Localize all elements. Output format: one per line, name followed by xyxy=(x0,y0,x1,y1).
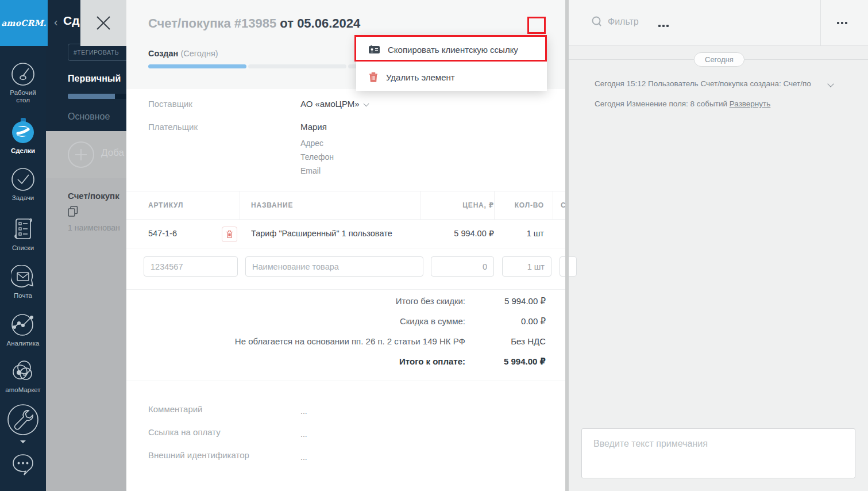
sidebar-item-label: Сделки xyxy=(0,147,46,155)
product-price: 5 994.00 ₽ xyxy=(419,229,494,238)
sidebar-item-label: amoМаркет xyxy=(0,386,46,394)
more-actions-menu: Скопировать клиентскую ссылку Удалить эл… xyxy=(356,36,547,91)
tag-input[interactable]: #ТЕГИРОВАТЬ xyxy=(68,44,126,61)
supplier-value[interactable]: АО «амоЦРМ» xyxy=(300,99,368,109)
menu-item-copy-client-link[interactable]: Скопировать клиентскую ссылку xyxy=(356,36,547,63)
modal-scrollbar[interactable] xyxy=(565,0,569,491)
timeline-toolbar xyxy=(569,0,868,46)
market-icon xyxy=(10,358,36,383)
wrench-icon xyxy=(7,402,39,437)
add-row: Доба xyxy=(46,131,126,178)
mail-icon xyxy=(11,265,35,289)
feed-expand-link[interactable]: Развернуть xyxy=(730,99,771,108)
deals-icon xyxy=(10,117,36,144)
discount-label: Скидка в сумме: xyxy=(400,316,465,326)
copy-icon[interactable] xyxy=(68,206,78,217)
product-row: 547-1-6 Тариф "Расширенный" 1 пользовате… xyxy=(126,220,569,248)
total-value: 5 994.00 ₽ xyxy=(504,356,546,367)
menu-item-label: Скопировать клиентскую ссылку xyxy=(388,45,518,55)
sidebar: amoCRM. Рабочий стол Сделки xyxy=(0,0,46,491)
new-qty-input[interactable] xyxy=(502,256,551,277)
trash-icon xyxy=(369,72,378,82)
product-name: Тариф "Расширенный" 1 пользовате xyxy=(251,229,419,238)
feed-event-field-changes: Сегодня Изменение поля: 8 событий Развер… xyxy=(595,99,826,108)
filter-input[interactable] xyxy=(608,17,757,27)
back-chevron-icon[interactable]: ‹ xyxy=(54,16,58,29)
new-name-input[interactable] xyxy=(245,256,423,277)
sidebar-item-label: Списки xyxy=(0,244,46,252)
col-sku: АРТИКУЛ xyxy=(148,201,183,209)
payer-email: Email xyxy=(300,164,321,178)
add-button-label: Доба xyxy=(101,147,124,159)
sidebar-item-lists[interactable]: Списки xyxy=(0,216,46,252)
sidebar-item-label: Аналитика xyxy=(0,340,46,347)
supplier-name: АО «амоЦРМ» xyxy=(300,99,360,109)
sidebar-item-tasks[interactable]: Задачи xyxy=(0,167,46,202)
invoice-more-button[interactable] xyxy=(657,19,670,33)
vat-value: Без НДС xyxy=(511,336,546,346)
invoice-date: от 05.06.2024 xyxy=(280,16,360,30)
timeline-more-button[interactable] xyxy=(834,17,850,29)
dashboard-icon xyxy=(11,62,35,86)
app-window: ‹ Сд #ТЕГИРОВАТЬ Первичный Основное Доба… xyxy=(0,0,868,491)
supplier-label: Поставщик xyxy=(148,99,192,109)
feed-event-created[interactable]: Сегодня 15:12 Пользователь Счет/покупка … xyxy=(595,79,826,88)
products-table-header: АРТИКУЛ НАЗВАНИЕ ЦЕНА, ₽ КОЛ-ВО С xyxy=(126,191,569,220)
comment-label: Комментарий xyxy=(148,404,202,414)
external-id-label: Внешний идентификатор xyxy=(148,450,249,460)
chevron-down-icon xyxy=(363,101,369,107)
pipeline-status[interactable]: Первичный xyxy=(68,74,121,84)
comment-value[interactable]: ... xyxy=(300,404,307,418)
payment-link-value[interactable]: ... xyxy=(300,427,307,441)
search-icon xyxy=(592,16,602,27)
invoice-status-label: Создан xyxy=(148,49,178,58)
close-button[interactable] xyxy=(80,0,126,46)
feed-expand-chevron-icon[interactable] xyxy=(827,80,834,87)
deal-page-title: Сд xyxy=(63,14,80,28)
catalog-item-subtitle: 1 наименован xyxy=(68,223,120,232)
sidebar-item-mail[interactable]: Почта xyxy=(0,265,46,300)
tab-main[interactable]: Основное xyxy=(68,112,110,122)
invoice-number: Счет/покупка #13985 xyxy=(148,16,276,30)
payer-value[interactable]: Мария xyxy=(300,122,327,132)
note-textarea[interactable] xyxy=(582,429,855,478)
add-button[interactable] xyxy=(68,141,94,168)
catalog-item-title: Счет/покупк xyxy=(68,191,119,201)
col-name: НАЗВАНИЕ xyxy=(251,201,293,209)
chat-icon xyxy=(10,451,36,478)
payer-address: Адрес xyxy=(300,136,323,150)
invoice-status: Создан (Сегодня) xyxy=(148,49,218,58)
invoice-title: Счет/покупка #13985 от 05.06.2024 xyxy=(148,16,360,31)
sidebar-item-dashboard[interactable]: Рабочий стол xyxy=(0,62,46,104)
settings-caret-icon xyxy=(20,440,26,443)
pipeline-progress xyxy=(68,94,126,99)
product-qty: 1 шт xyxy=(494,229,544,238)
filter-search[interactable] xyxy=(592,16,757,27)
menu-item-delete[interactable]: Удалить элемент xyxy=(356,63,547,91)
sidebar-item-amomarket[interactable]: amoМаркет xyxy=(0,358,46,394)
sidebar-item-analytics[interactable]: Аналитика xyxy=(0,312,46,347)
new-price-input[interactable] xyxy=(431,256,494,277)
feed-event-text: Сегодня Изменение поля: 8 событий xyxy=(595,99,730,108)
total-label: Итого к оплате: xyxy=(399,356,465,366)
amocrm-logo[interactable]: amoCRM. xyxy=(0,0,48,46)
sidebar-item-settings[interactable] xyxy=(0,402,46,443)
close-icon xyxy=(95,14,112,32)
new-sku-input[interactable] xyxy=(144,256,238,277)
sidebar-item-chat[interactable] xyxy=(0,451,46,481)
analytics-icon xyxy=(10,312,36,337)
lists-icon xyxy=(11,216,35,241)
vat-label: Не облагается на основании пп. 26 п. 2 с… xyxy=(235,336,465,346)
invoice-status-sub: (Сегодня) xyxy=(180,49,218,58)
col-price: ЦЕНА, ₽ xyxy=(452,201,494,209)
note-input-box[interactable] xyxy=(581,428,855,478)
external-id-value[interactable]: ... xyxy=(300,450,307,464)
background-page: ‹ Сд #ТЕГИРОВАТЬ Первичный Основное Доба… xyxy=(46,0,126,491)
toolbar-divider xyxy=(820,0,821,46)
sidebar-item-deals[interactable]: Сделки xyxy=(0,117,46,155)
sidebar-item-label: Рабочий стол xyxy=(3,89,43,104)
trash-icon xyxy=(226,230,233,239)
delete-product-button[interactable] xyxy=(222,227,237,242)
payer-phone: Телефон xyxy=(300,150,334,164)
discount-value: 0.00 ₽ xyxy=(521,316,546,327)
